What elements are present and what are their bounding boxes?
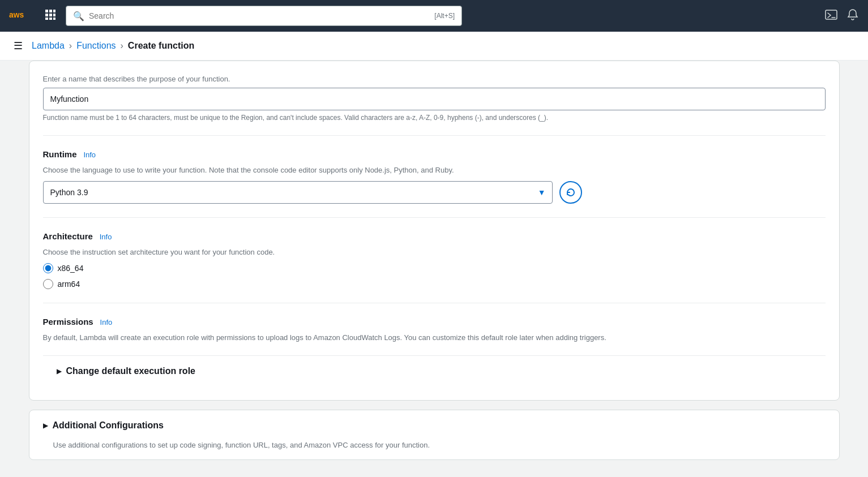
breadcrumb-bar: ☰ Lambda › Functions › Create function: [0, 32, 868, 61]
runtime-select[interactable]: Python 3.9 Python 3.8 Python 3.7 Node.js…: [43, 181, 553, 204]
additional-configs-collapsible[interactable]: ▶ Additional Configurations: [29, 410, 839, 441]
top-navigation: aws 🔍 [Alt+S]: [0, 0, 868, 32]
svg-rect-2: [49, 10, 52, 12]
search-input[interactable]: [89, 11, 430, 20]
svg-rect-8: [49, 18, 52, 20]
architecture-label: Architecture: [43, 231, 93, 241]
function-name-label: Enter a name that describes the purpose …: [43, 75, 826, 83]
search-shortcut: [Alt+S]: [434, 12, 455, 20]
breadcrumb-lambda[interactable]: Lambda: [32, 41, 65, 51]
runtime-select-wrapper: Python 3.9 Python 3.8 Python 3.7 Node.js…: [43, 181, 553, 204]
notification-icon[interactable]: [846, 8, 859, 24]
cloud-shell-icon[interactable]: [825, 8, 837, 24]
additional-configs-title: Additional Configurations: [53, 420, 164, 431]
function-name-hint: Function name must be 1 to 64 characters…: [43, 114, 826, 122]
main-content: Enter a name that describes the purpose …: [15, 61, 853, 477]
runtime-label: Runtime: [43, 149, 77, 159]
architecture-arm64-option[interactable]: arm64: [43, 279, 826, 289]
additional-configs-card: ▶ Additional Configurations Use addition…: [29, 410, 840, 460]
permissions-section: Permissions Info By default, Lambda will…: [43, 317, 826, 342]
divider-1: [43, 135, 826, 136]
runtime-row: Python 3.9 Python 3.8 Python 3.7 Node.js…: [43, 181, 826, 204]
hamburger-icon[interactable]: ☰: [14, 40, 23, 52]
permissions-description: By default, Lambda will create an execut…: [43, 333, 826, 342]
function-name-section: Enter a name that describes the purpose …: [43, 75, 826, 122]
svg-text:aws: aws: [9, 10, 24, 19]
divider-2: [43, 217, 826, 218]
divider-3: [43, 303, 826, 303]
runtime-header: Runtime Info: [43, 149, 826, 159]
svg-rect-7: [45, 18, 48, 20]
runtime-description: Choose the language to use to write your…: [43, 166, 826, 174]
architecture-description: Choose the instruction set architecture …: [43, 248, 826, 256]
breadcrumb-sep-2: ›: [121, 41, 123, 51]
runtime-info-link[interactable]: Info: [83, 151, 96, 159]
architecture-x86-option[interactable]: x86_64: [43, 263, 826, 273]
architecture-x86-label: x86_64: [58, 264, 84, 273]
execution-role-title: Change default execution role: [66, 366, 195, 376]
architecture-arm64-radio[interactable]: [43, 279, 53, 289]
svg-rect-1: [45, 10, 48, 12]
architecture-info-link[interactable]: Info: [100, 233, 112, 241]
search-icon: 🔍: [73, 11, 84, 22]
execution-role-collapsible[interactable]: ▶ Change default execution role: [43, 356, 826, 386]
svg-rect-4: [45, 14, 48, 16]
additional-collapse-arrow-icon: ▶: [43, 422, 48, 429]
architecture-section: Architecture Info Choose the instruction…: [43, 231, 826, 289]
aws-logo: aws: [9, 9, 31, 23]
main-form-card: Enter a name that describes the purpose …: [29, 61, 840, 401]
refresh-button[interactable]: [559, 181, 582, 204]
function-name-input[interactable]: [43, 88, 826, 110]
breadcrumb-current: Create function: [128, 41, 194, 51]
permissions-label: Permissions: [43, 317, 93, 326]
nav-right: [825, 8, 859, 24]
grid-icon[interactable]: [42, 6, 59, 26]
architecture-arm64-label: arm64: [58, 280, 80, 289]
breadcrumb-functions[interactable]: Functions: [76, 41, 116, 51]
architecture-radio-group: x86_64 arm64: [43, 263, 826, 289]
breadcrumb-sep-1: ›: [69, 41, 72, 51]
svg-rect-5: [49, 14, 52, 16]
runtime-section: Runtime Info Choose the language to use …: [43, 149, 826, 204]
permissions-header: Permissions Info: [43, 317, 826, 326]
svg-rect-6: [53, 14, 55, 16]
additional-configs-description: Use additional configurations to set up …: [29, 441, 839, 459]
permissions-info-link[interactable]: Info: [100, 318, 113, 326]
svg-rect-9: [53, 18, 55, 20]
architecture-header: Architecture Info: [43, 231, 826, 241]
collapse-arrow-icon: ▶: [57, 367, 62, 375]
search-bar[interactable]: 🔍 [Alt+S]: [66, 6, 462, 26]
footer-buttons: Cancel Create function: [29, 469, 840, 477]
architecture-x86-radio[interactable]: [43, 263, 53, 273]
svg-rect-3: [53, 10, 55, 12]
